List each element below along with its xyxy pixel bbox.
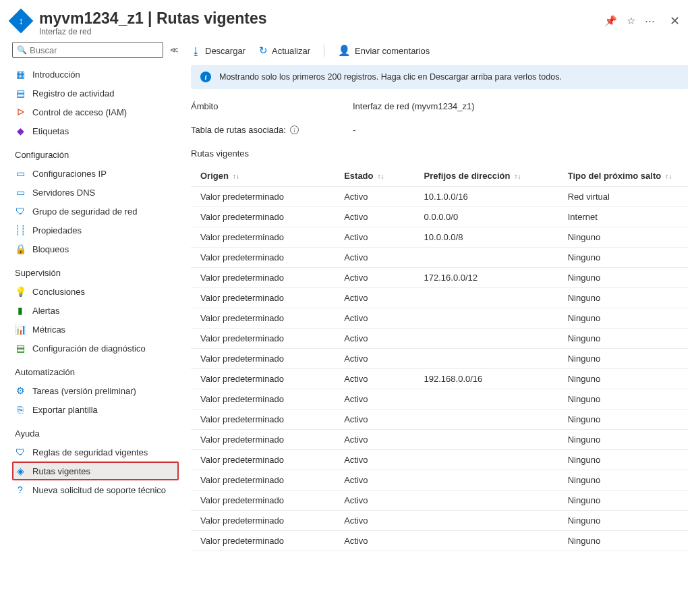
sidebar-item[interactable]: ⚙Tareas (versión preliminar) (12, 381, 179, 400)
table-row[interactable]: Valor predeterminadoActivoNinguno- (191, 389, 688, 410)
sidebar-item[interactable]: ▭Configuraciones IP (12, 164, 179, 183)
sidebar-group-config: Configuración (12, 140, 179, 164)
alerts-icon: ▮ (15, 305, 26, 316)
sidebar-item[interactable]: ┊┊Propiedades (12, 221, 179, 240)
nic-icon: ▦ (15, 69, 26, 80)
sidebar-item[interactable]: 🔒Bloqueos (12, 240, 179, 258)
routes-table-wrap[interactable]: Origen↑↓ Estado↑↓ Prefijos de dirección↑… (191, 165, 688, 551)
sidebar-item[interactable]: 📊Métricas (12, 320, 179, 339)
sort-icon[interactable]: ↑↓ (233, 173, 239, 180)
sidebar-item[interactable]: ◈Rutas vigentes (12, 461, 179, 480)
sidebar-item-label: Nueva solicitud de soporte técnico (32, 485, 166, 495)
search-input[interactable] (30, 45, 158, 55)
log-icon: ▤ (15, 88, 26, 99)
sidebar-item[interactable]: ᐅControl de acceso (IAM) (12, 103, 179, 121)
refresh-button[interactable]: ↻ Actualizar (259, 45, 310, 57)
diag-icon: ▤ (15, 343, 26, 354)
cell-origin: Valor predeterminado (191, 531, 335, 551)
cell-state: Activo (335, 470, 414, 491)
cell-nexthop: Ninguno (558, 531, 688, 551)
table-row[interactable]: Valor predeterminadoActivoNinguno- (191, 308, 688, 329)
cell-nexthop: Ninguno (558, 288, 688, 308)
sidebar-item[interactable]: 💡Conclusiones (12, 282, 179, 301)
sidebar-item[interactable]: ?Nueva solicitud de soporte técnico (12, 480, 179, 499)
sort-icon[interactable]: ↑↓ (514, 173, 521, 180)
cell-nexthop: Ninguno (558, 389, 688, 410)
sidebar-item[interactable]: ⎘Exportar plantilla (12, 400, 179, 419)
page-title: myvm1234_z1 | Rutas vigentes (39, 9, 604, 28)
sidebar-item[interactable]: 🛡Reglas de seguridad vigentes (12, 443, 179, 461)
table-row[interactable]: Valor predeterminadoActivo172.16.0.0/12N… (191, 268, 688, 288)
sidebar-item-label: Servidores DNS (32, 188, 95, 198)
table-row[interactable]: Valor predeterminadoActivoNinguno- (191, 430, 688, 450)
table-row[interactable]: Valor predeterminadoActivoNinguno- (191, 349, 688, 369)
sidebar-item-label: Conclusiones (32, 287, 85, 297)
routes-table: Origen↑↓ Estado↑↓ Prefijos de dirección↑… (191, 165, 688, 551)
table-row[interactable]: Valor predeterminadoActivoNinguno- (191, 329, 688, 349)
cell-nexthop: Ninguno (558, 511, 688, 531)
table-row[interactable]: Valor predeterminadoActivoNinguno- (191, 410, 688, 430)
cell-state: Activo (335, 248, 414, 268)
cell-nexthop: Ninguno (558, 491, 688, 511)
cell-state: Activo (335, 389, 414, 410)
table-row[interactable]: Valor predeterminadoActivoNinguno- (191, 248, 688, 268)
search-input-wrap[interactable]: 🔍 (12, 42, 163, 58)
table-row[interactable]: Valor predeterminadoActivo10.1.0.0/16Red… (191, 187, 688, 207)
table-row[interactable]: Valor predeterminadoActivoNinguno- (191, 288, 688, 308)
cell-prefix: 10.0.0.0/8 (415, 227, 558, 248)
sidebar-item[interactable]: ▦Introducción (12, 65, 179, 84)
refresh-label: Actualizar (272, 46, 310, 56)
sidebar-item[interactable]: ▮Alertas (12, 301, 179, 320)
sidebar-item-label: Control de acceso (IAM) (32, 107, 127, 117)
sidebar-item[interactable]: ◆Etiquetas (12, 121, 179, 140)
insights-icon: 💡 (15, 286, 26, 297)
sidebar-item[interactable]: 🛡Grupo de seguridad de red (12, 202, 179, 221)
sort-icon[interactable]: ↑↓ (378, 173, 384, 180)
cell-prefix (415, 470, 558, 491)
table-row[interactable]: Valor predeterminadoActivo0.0.0.0/0Inter… (191, 207, 688, 227)
more-button[interactable]: ⋯ (645, 15, 655, 27)
cell-state: Activo (335, 288, 414, 308)
sidebar-item-label: Tareas (versión preliminar) (32, 386, 136, 396)
col-prefijo[interactable]: Prefijos de dirección↑↓ (415, 165, 558, 187)
sidebar-item[interactable]: ▤Configuración de diagnóstico (12, 339, 179, 358)
cell-prefix: 10.1.0.0/16 (415, 187, 558, 207)
table-title: Rutas vigentes (191, 148, 692, 159)
table-row[interactable]: Valor predeterminadoActivoNinguno- (191, 450, 688, 470)
feedback-button[interactable]: 👤 Enviar comentarios (338, 45, 430, 57)
close-button[interactable]: ✕ (670, 13, 680, 28)
cell-origin: Valor predeterminado (191, 268, 335, 288)
dns-icon: ▭ (15, 187, 26, 198)
col-origen[interactable]: Origen↑↓ (191, 165, 335, 187)
cell-state: Activo (335, 227, 414, 248)
feedback-label: Enviar comentarios (355, 46, 430, 56)
cell-prefix (415, 349, 558, 369)
sort-icon[interactable]: ↑↓ (665, 173, 672, 180)
col-tipo[interactable]: Tipo del próximo salto↑↓ (558, 165, 688, 187)
cell-prefix (415, 410, 558, 430)
col-estado[interactable]: Estado↑↓ (335, 165, 414, 187)
cell-nexthop: Ninguno (558, 329, 688, 349)
info-circle-icon[interactable]: i (290, 125, 299, 134)
table-row[interactable]: Valor predeterminadoActivoNinguno- (191, 470, 688, 491)
sidebar-item[interactable]: ▭Servidores DNS (12, 183, 179, 202)
routetable-label: Tabla de rutas asociada: i (191, 125, 353, 135)
sidebar-item[interactable]: ▤Registro de actividad (12, 84, 179, 103)
cell-prefix (415, 389, 558, 410)
table-row[interactable]: Valor predeterminadoActivoNinguno- (191, 491, 688, 511)
table-row[interactable]: Valor predeterminadoActivo192.168.0.0/16… (191, 369, 688, 389)
cell-origin: Valor predeterminado (191, 410, 335, 430)
pin-button[interactable]: 📌 (604, 15, 617, 27)
download-button[interactable]: ⭳ Descargar (191, 45, 246, 57)
collapse-sidebar-button[interactable]: ≪ (170, 45, 179, 55)
table-row[interactable]: Valor predeterminadoActivoNinguno- (191, 531, 688, 551)
cell-prefix (415, 450, 558, 470)
table-row[interactable]: Valor predeterminadoActivo10.0.0.0/8Ning… (191, 227, 688, 248)
cell-origin: Valor predeterminado (191, 369, 335, 389)
cell-origin: Valor predeterminado (191, 450, 335, 470)
cell-origin: Valor predeterminado (191, 187, 335, 207)
sidebar-item-label: Propiedades (32, 225, 82, 235)
export-icon: ⎘ (15, 404, 26, 415)
favorite-button[interactable]: ☆ (627, 15, 635, 27)
table-row[interactable]: Valor predeterminadoActivoNinguno- (191, 511, 688, 531)
